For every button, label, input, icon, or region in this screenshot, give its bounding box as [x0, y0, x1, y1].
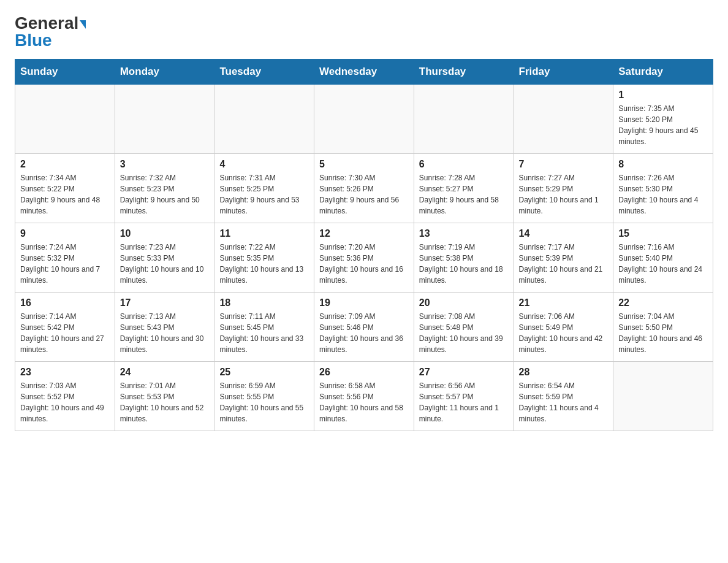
day-info: Sunrise: 7:20 AMSunset: 5:36 PMDaylight:…: [319, 242, 409, 286]
day-cell: [314, 85, 414, 154]
day-number: 10: [120, 228, 210, 239]
day-cell: 1Sunrise: 7:35 AMSunset: 5:20 PMDaylight…: [613, 85, 713, 154]
day-info: Sunrise: 7:24 AMSunset: 5:32 PMDaylight:…: [20, 242, 110, 286]
day-number: 3: [120, 159, 210, 170]
day-info: Sunrise: 7:32 AMSunset: 5:23 PMDaylight:…: [120, 172, 210, 216]
day-cell: 5Sunrise: 7:30 AMSunset: 5:26 PMDaylight…: [314, 154, 414, 223]
day-number: 27: [419, 367, 509, 378]
day-number: 11: [219, 228, 309, 239]
day-cell: 7Sunrise: 7:27 AMSunset: 5:29 PMDaylight…: [514, 154, 613, 223]
day-cell: [414, 85, 514, 154]
day-info: Sunrise: 7:17 AMSunset: 5:39 PMDaylight:…: [519, 242, 609, 286]
day-cell: 19Sunrise: 7:09 AMSunset: 5:46 PMDayligh…: [314, 293, 414, 362]
day-cell: 14Sunrise: 7:17 AMSunset: 5:39 PMDayligh…: [514, 223, 613, 293]
day-cell: [613, 362, 713, 431]
day-info: Sunrise: 7:06 AMSunset: 5:49 PMDaylight:…: [519, 311, 609, 355]
day-cell: 22Sunrise: 7:04 AMSunset: 5:50 PMDayligh…: [613, 293, 713, 362]
logo-text: General Blue: [15, 15, 86, 49]
day-cell: 13Sunrise: 7:19 AMSunset: 5:38 PMDayligh…: [414, 223, 514, 293]
day-cell: 10Sunrise: 7:23 AMSunset: 5:33 PMDayligh…: [115, 223, 214, 293]
day-number: 18: [219, 297, 309, 308]
day-cell: [15, 85, 115, 154]
day-info: Sunrise: 7:34 AMSunset: 5:22 PMDaylight:…: [20, 172, 110, 216]
day-number: 15: [618, 228, 708, 239]
day-cell: 3Sunrise: 7:32 AMSunset: 5:23 PMDaylight…: [115, 154, 214, 223]
week-row-2: 2Sunrise: 7:34 AMSunset: 5:22 PMDaylight…: [15, 154, 713, 223]
day-number: 26: [319, 367, 409, 378]
day-info: Sunrise: 6:54 AMSunset: 5:59 PMDaylight:…: [519, 380, 609, 424]
day-info: Sunrise: 7:26 AMSunset: 5:30 PMDaylight:…: [618, 172, 708, 216]
week-row-4: 16Sunrise: 7:14 AMSunset: 5:42 PMDayligh…: [15, 293, 713, 362]
day-info: Sunrise: 7:35 AMSunset: 5:20 PMDaylight:…: [618, 103, 708, 147]
weekday-header-wednesday: Wednesday: [314, 59, 414, 85]
day-number: 28: [519, 367, 609, 378]
day-cell: 20Sunrise: 7:08 AMSunset: 5:48 PMDayligh…: [414, 293, 514, 362]
week-row-5: 23Sunrise: 7:03 AMSunset: 5:52 PMDayligh…: [15, 362, 713, 431]
day-info: Sunrise: 7:11 AMSunset: 5:45 PMDaylight:…: [219, 311, 309, 355]
day-cell: 11Sunrise: 7:22 AMSunset: 5:35 PMDayligh…: [214, 223, 314, 293]
day-number: 21: [519, 297, 609, 308]
weekday-header-row: SundayMondayTuesdayWednesdayThursdayFrid…: [15, 59, 713, 85]
day-number: 8: [618, 159, 708, 170]
day-info: Sunrise: 6:56 AMSunset: 5:57 PMDaylight:…: [419, 380, 509, 424]
day-cell: 23Sunrise: 7:03 AMSunset: 5:52 PMDayligh…: [15, 362, 115, 431]
day-number: 2: [20, 159, 110, 170]
weekday-header-monday: Monday: [115, 59, 214, 85]
day-cell: 18Sunrise: 7:11 AMSunset: 5:45 PMDayligh…: [214, 293, 314, 362]
day-number: 17: [120, 297, 210, 308]
day-cell: 25Sunrise: 6:59 AMSunset: 5:55 PMDayligh…: [214, 362, 314, 431]
day-info: Sunrise: 7:09 AMSunset: 5:46 PMDaylight:…: [319, 311, 409, 355]
day-info: Sunrise: 7:30 AMSunset: 5:26 PMDaylight:…: [319, 172, 409, 216]
day-info: Sunrise: 7:04 AMSunset: 5:50 PMDaylight:…: [618, 311, 708, 355]
day-number: 6: [419, 159, 509, 170]
day-cell: 9Sunrise: 7:24 AMSunset: 5:32 PMDaylight…: [15, 223, 115, 293]
day-info: Sunrise: 7:13 AMSunset: 5:43 PMDaylight:…: [120, 311, 210, 355]
logo-arrow-icon: [80, 20, 86, 29]
week-row-3: 9Sunrise: 7:24 AMSunset: 5:32 PMDaylight…: [15, 223, 713, 293]
day-cell: [214, 85, 314, 154]
day-number: 16: [20, 297, 110, 308]
day-cell: 8Sunrise: 7:26 AMSunset: 5:30 PMDaylight…: [613, 154, 713, 223]
day-number: 19: [319, 297, 409, 308]
day-info: Sunrise: 7:03 AMSunset: 5:52 PMDaylight:…: [20, 380, 110, 424]
logo-blue: Blue: [15, 31, 52, 50]
day-number: 12: [319, 228, 409, 239]
day-cell: 16Sunrise: 7:14 AMSunset: 5:42 PMDayligh…: [15, 293, 115, 362]
day-number: 5: [319, 159, 409, 170]
weekday-header-friday: Friday: [514, 59, 613, 85]
day-info: Sunrise: 7:27 AMSunset: 5:29 PMDaylight:…: [519, 172, 609, 216]
page-header: General Blue: [15, 15, 713, 49]
day-info: Sunrise: 7:22 AMSunset: 5:35 PMDaylight:…: [219, 242, 309, 286]
weekday-header-tuesday: Tuesday: [214, 59, 314, 85]
day-number: 25: [219, 367, 309, 378]
day-number: 20: [419, 297, 509, 308]
day-number: 22: [618, 297, 708, 308]
day-cell: 12Sunrise: 7:20 AMSunset: 5:36 PMDayligh…: [314, 223, 414, 293]
day-number: 13: [419, 228, 509, 239]
day-info: Sunrise: 7:28 AMSunset: 5:27 PMDaylight:…: [419, 172, 509, 216]
day-cell: 24Sunrise: 7:01 AMSunset: 5:53 PMDayligh…: [115, 362, 214, 431]
day-number: 9: [20, 228, 110, 239]
day-cell: 27Sunrise: 6:56 AMSunset: 5:57 PMDayligh…: [414, 362, 514, 431]
calendar-table: SundayMondayTuesdayWednesdayThursdayFrid…: [15, 59, 713, 431]
day-cell: 28Sunrise: 6:54 AMSunset: 5:59 PMDayligh…: [514, 362, 613, 431]
day-number: 4: [219, 159, 309, 170]
day-number: 24: [120, 367, 210, 378]
day-cell: 17Sunrise: 7:13 AMSunset: 5:43 PMDayligh…: [115, 293, 214, 362]
day-info: Sunrise: 7:23 AMSunset: 5:33 PMDaylight:…: [120, 242, 210, 286]
day-info: Sunrise: 7:16 AMSunset: 5:40 PMDaylight:…: [618, 242, 708, 286]
day-cell: [115, 85, 214, 154]
day-cell: 15Sunrise: 7:16 AMSunset: 5:40 PMDayligh…: [613, 223, 713, 293]
day-cell: 2Sunrise: 7:34 AMSunset: 5:22 PMDaylight…: [15, 154, 115, 223]
weekday-header-thursday: Thursday: [414, 59, 514, 85]
day-info: Sunrise: 7:19 AMSunset: 5:38 PMDaylight:…: [419, 242, 509, 286]
day-number: 23: [20, 367, 110, 378]
day-info: Sunrise: 6:58 AMSunset: 5:56 PMDaylight:…: [319, 380, 409, 424]
day-cell: [514, 85, 613, 154]
day-info: Sunrise: 7:31 AMSunset: 5:25 PMDaylight:…: [219, 172, 309, 216]
logo: General Blue: [15, 15, 86, 49]
day-cell: 6Sunrise: 7:28 AMSunset: 5:27 PMDaylight…: [414, 154, 514, 223]
day-number: 1: [618, 90, 708, 101]
day-cell: 21Sunrise: 7:06 AMSunset: 5:49 PMDayligh…: [514, 293, 613, 362]
day-number: 7: [519, 159, 609, 170]
